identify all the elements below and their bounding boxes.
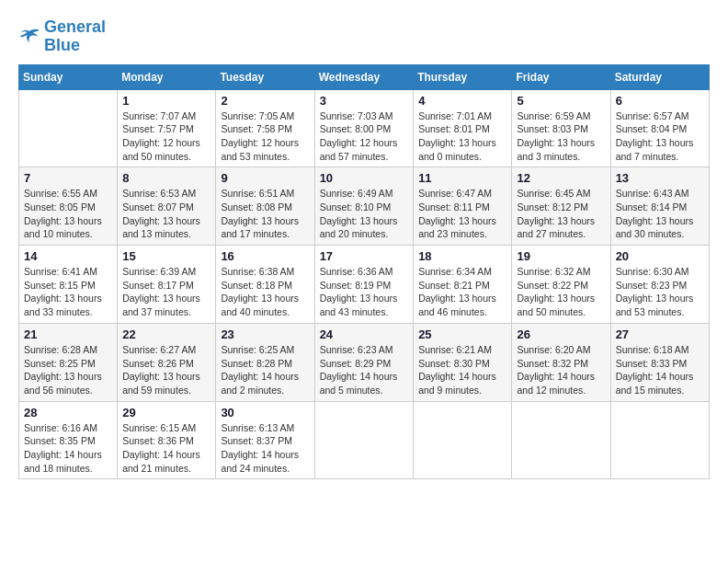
calendar-cell: 3Sunrise: 7:03 AMSunset: 8:00 PMDaylight…: [314, 89, 414, 167]
day-info: Sunrise: 7:03 AMSunset: 8:00 PMDaylight:…: [320, 109, 409, 164]
calendar-cell: 24Sunrise: 6:23 AMSunset: 8:29 PMDayligh…: [314, 323, 414, 401]
day-number: 3: [320, 94, 409, 108]
calendar-cell: 28Sunrise: 6:16 AMSunset: 8:35 PMDayligh…: [19, 401, 118, 479]
day-info: Sunrise: 6:43 AMSunset: 8:14 PMDaylight:…: [616, 187, 704, 241]
day-info: Sunrise: 7:07 AMSunset: 7:57 PMDaylight:…: [122, 109, 210, 164]
calendar-cell: 9Sunrise: 6:51 AMSunset: 8:08 PMDaylight…: [216, 167, 314, 246]
day-info: Sunrise: 6:25 AMSunset: 8:28 PMDaylight:…: [221, 343, 309, 397]
day-number: 26: [517, 327, 605, 341]
calendar-week-5: 28Sunrise: 6:16 AMSunset: 8:35 PMDayligh…: [19, 401, 710, 479]
day-info: Sunrise: 6:49 AMSunset: 8:10 PMDaylight:…: [320, 187, 409, 241]
day-number: 28: [24, 406, 112, 419]
calendar-cell: 14Sunrise: 6:41 AMSunset: 8:15 PMDayligh…: [19, 246, 118, 324]
day-number: 29: [122, 406, 210, 419]
calendar-cell: 18Sunrise: 6:34 AMSunset: 8:21 PMDayligh…: [414, 246, 512, 324]
calendar-cell: [414, 401, 512, 479]
header-friday: Friday: [512, 64, 610, 89]
day-info: Sunrise: 7:01 AMSunset: 8:01 PMDaylight:…: [418, 109, 506, 164]
calendar-cell: 5Sunrise: 6:59 AMSunset: 8:03 PMDaylight…: [512, 89, 610, 167]
day-number: 18: [418, 249, 506, 263]
day-info: Sunrise: 6:20 AMSunset: 8:32 PMDaylight:…: [517, 343, 605, 397]
calendar-cell: 22Sunrise: 6:27 AMSunset: 8:26 PMDayligh…: [118, 323, 216, 401]
day-info: Sunrise: 6:23 AMSunset: 8:29 PMDaylight:…: [320, 343, 409, 397]
day-info: Sunrise: 6:55 AMSunset: 8:05 PMDaylight:…: [24, 187, 112, 241]
header-sunday: Sunday: [19, 64, 118, 89]
day-number: 13: [616, 171, 704, 185]
day-number: 9: [221, 171, 309, 185]
day-number: 27: [616, 327, 704, 341]
day-info: Sunrise: 6:36 AMSunset: 8:19 PMDaylight:…: [320, 265, 409, 319]
day-number: 22: [122, 327, 210, 341]
calendar-cell: 27Sunrise: 6:18 AMSunset: 8:33 PMDayligh…: [610, 323, 709, 401]
calendar-cell: 4Sunrise: 7:01 AMSunset: 8:01 PMDaylight…: [414, 89, 512, 167]
day-number: 25: [418, 327, 506, 341]
day-number: 17: [320, 249, 409, 263]
calendar-cell: 1Sunrise: 7:07 AMSunset: 7:57 PMDaylight…: [118, 89, 216, 167]
day-number: 20: [616, 249, 704, 263]
day-info: Sunrise: 6:38 AMSunset: 8:18 PMDaylight:…: [221, 265, 309, 319]
logo-text-blue: Blue: [44, 37, 106, 55]
day-info: Sunrise: 6:39 AMSunset: 8:17 PMDaylight:…: [122, 265, 210, 319]
day-info: Sunrise: 6:45 AMSunset: 8:12 PMDaylight:…: [517, 187, 605, 241]
calendar-cell: 26Sunrise: 6:20 AMSunset: 8:32 PMDayligh…: [512, 323, 610, 401]
day-number: 6: [616, 94, 704, 108]
calendar-cell: 12Sunrise: 6:45 AMSunset: 8:12 PMDayligh…: [512, 167, 610, 246]
logo: General Blue: [18, 18, 106, 55]
day-info: Sunrise: 6:41 AMSunset: 8:15 PMDaylight:…: [24, 265, 112, 319]
day-info: Sunrise: 7:05 AMSunset: 7:58 PMDaylight:…: [221, 109, 309, 164]
day-number: 30: [221, 406, 309, 419]
calendar-cell: 2Sunrise: 7:05 AMSunset: 7:58 PMDaylight…: [216, 89, 314, 167]
logo-icon: [18, 28, 40, 46]
calendar-cell: 11Sunrise: 6:47 AMSunset: 8:11 PMDayligh…: [414, 167, 512, 246]
calendar-cell: 29Sunrise: 6:15 AMSunset: 8:36 PMDayligh…: [118, 401, 216, 479]
calendar-week-4: 21Sunrise: 6:28 AMSunset: 8:25 PMDayligh…: [19, 323, 710, 401]
day-number: 2: [221, 94, 309, 108]
calendar-cell: 25Sunrise: 6:21 AMSunset: 8:30 PMDayligh…: [414, 323, 512, 401]
day-info: Sunrise: 6:16 AMSunset: 8:35 PMDaylight:…: [24, 421, 112, 476]
day-number: 14: [24, 249, 112, 263]
day-number: 8: [122, 171, 210, 185]
calendar-cell: 7Sunrise: 6:55 AMSunset: 8:05 PMDaylight…: [19, 167, 118, 246]
day-info: Sunrise: 6:30 AMSunset: 8:23 PMDaylight:…: [616, 265, 704, 319]
day-info: Sunrise: 6:15 AMSunset: 8:36 PMDaylight:…: [122, 421, 210, 476]
day-number: 10: [320, 171, 409, 185]
calendar-cell: [314, 401, 414, 479]
calendar-cell: 16Sunrise: 6:38 AMSunset: 8:18 PMDayligh…: [216, 246, 314, 324]
header-tuesday: Tuesday: [216, 64, 314, 89]
header-wednesday: Wednesday: [314, 64, 414, 89]
day-info: Sunrise: 6:47 AMSunset: 8:11 PMDaylight:…: [418, 187, 506, 241]
calendar-cell: 30Sunrise: 6:13 AMSunset: 8:37 PMDayligh…: [216, 401, 314, 479]
day-number: 7: [24, 171, 112, 185]
calendar-cell: [19, 89, 118, 167]
calendar-cell: 6Sunrise: 6:57 AMSunset: 8:04 PMDaylight…: [610, 89, 709, 167]
day-info: Sunrise: 6:13 AMSunset: 8:37 PMDaylight:…: [221, 421, 309, 476]
day-info: Sunrise: 6:57 AMSunset: 8:04 PMDaylight:…: [616, 109, 704, 164]
day-number: 12: [517, 171, 605, 185]
day-info: Sunrise: 6:32 AMSunset: 8:22 PMDaylight:…: [517, 265, 605, 319]
day-number: 16: [221, 249, 309, 263]
calendar-cell: 23Sunrise: 6:25 AMSunset: 8:28 PMDayligh…: [216, 323, 314, 401]
page-header: General Blue: [18, 18, 710, 55]
day-info: Sunrise: 6:18 AMSunset: 8:33 PMDaylight:…: [616, 343, 704, 397]
day-info: Sunrise: 6:53 AMSunset: 8:07 PMDaylight:…: [122, 187, 210, 241]
day-number: 4: [418, 94, 506, 108]
calendar-table: SundayMondayTuesdayWednesdayThursdayFrid…: [18, 64, 710, 480]
calendar-cell: 15Sunrise: 6:39 AMSunset: 8:17 PMDayligh…: [118, 246, 216, 324]
day-number: 1: [122, 94, 210, 108]
header-thursday: Thursday: [414, 64, 512, 89]
day-number: 23: [221, 327, 309, 341]
day-number: 21: [24, 327, 112, 341]
day-info: Sunrise: 6:34 AMSunset: 8:21 PMDaylight:…: [418, 265, 506, 319]
calendar-cell: 13Sunrise: 6:43 AMSunset: 8:14 PMDayligh…: [610, 167, 709, 246]
logo-text-general: General: [44, 18, 106, 37]
header-monday: Monday: [118, 64, 216, 89]
day-info: Sunrise: 6:27 AMSunset: 8:26 PMDaylight:…: [122, 343, 210, 397]
day-number: 24: [320, 327, 409, 341]
day-info: Sunrise: 6:28 AMSunset: 8:25 PMDaylight:…: [24, 343, 112, 397]
day-info: Sunrise: 6:21 AMSunset: 8:30 PMDaylight:…: [418, 343, 506, 397]
calendar-cell: 10Sunrise: 6:49 AMSunset: 8:10 PMDayligh…: [314, 167, 414, 246]
calendar-cell: 8Sunrise: 6:53 AMSunset: 8:07 PMDaylight…: [118, 167, 216, 246]
day-number: 19: [517, 249, 605, 263]
calendar-week-1: 1Sunrise: 7:07 AMSunset: 7:57 PMDaylight…: [19, 89, 710, 167]
day-number: 15: [122, 249, 210, 263]
